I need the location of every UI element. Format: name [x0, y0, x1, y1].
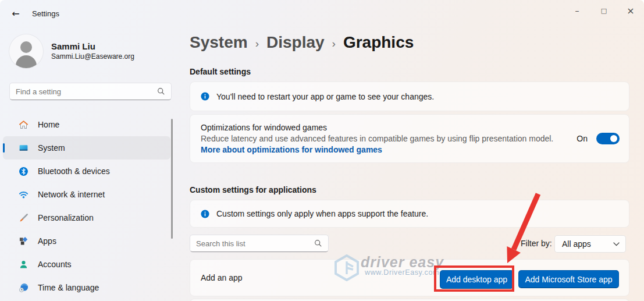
chevron-right-icon: ›	[325, 37, 343, 50]
sidebar-item-label: Time & language	[38, 283, 99, 292]
chevron-down-icon	[613, 242, 620, 246]
maximize-button[interactable]: □	[590, 0, 617, 21]
next-card-edge	[190, 299, 629, 301]
sidebar-item-system[interactable]: System	[3, 136, 170, 160]
sidebar-item-label: Accounts	[38, 260, 72, 269]
accounts-icon	[19, 260, 29, 270]
sidebar-item-home[interactable]: Home	[3, 113, 170, 136]
optimizations-card: Optimizations for windowed games Reduce …	[190, 114, 629, 163]
breadcrumb: System › Display › Graphics	[190, 33, 414, 52]
search-list-box[interactable]	[190, 235, 329, 252]
minimize-icon: –	[575, 6, 579, 15]
settings-window: ← Settings – □ × Sammi Liu Sammi.Liu@Eas…	[0, 0, 644, 301]
window-title: Settings	[32, 9, 59, 18]
breadcrumb-system[interactable]: System	[190, 33, 248, 52]
sidebar-item-apps[interactable]: Apps	[3, 229, 170, 253]
optimizations-description: Reduce latency and use advanced features…	[201, 133, 553, 144]
avatar-head	[20, 41, 32, 53]
sidebar-item-network-internet[interactable]: Network & internet	[3, 183, 170, 206]
sidebar-item-accounts[interactable]: Accounts	[3, 253, 170, 276]
sidebar-item-personalization[interactable]: Personalization	[3, 206, 170, 229]
info-icon	[201, 92, 209, 101]
close-button[interactable]: ×	[617, 0, 644, 21]
add-microsoft-store-app-button[interactable]: Add Microsoft Store app	[518, 270, 619, 288]
banner-message: You'll need to restart your app or game …	[216, 92, 434, 101]
sidebar-item-label: System	[38, 143, 65, 153]
personalization-icon	[19, 213, 29, 223]
sidebar-nav: Home System Bluetooth & devices Network …	[3, 113, 170, 299]
apps-icon	[19, 236, 29, 246]
find-setting-searchbox[interactable]	[9, 83, 172, 100]
sidebar-item-bluetooth-devices[interactable]: Bluetooth & devices	[3, 160, 170, 183]
minimize-button[interactable]: –	[564, 0, 590, 21]
avatar-body	[16, 55, 37, 68]
network-icon	[19, 190, 29, 200]
filter-by-label: Filter by:	[521, 239, 552, 248]
custom-settings-info-banner: Custom settings only apply when apps sup…	[190, 200, 629, 228]
search-icon	[314, 239, 322, 247]
sidebar-item-time-language[interactable]: Time & language	[3, 276, 170, 299]
close-icon: ×	[627, 5, 634, 16]
add-desktop-app-button[interactable]: Add desktop app	[440, 270, 514, 289]
optimizations-title: Optimizations for windowed games	[201, 122, 553, 133]
info-icon	[201, 210, 209, 218]
filter-dropdown[interactable]: All apps	[554, 235, 626, 253]
sidebar-item-label: Home	[38, 120, 59, 129]
optimizations-toggle[interactable]	[596, 133, 620, 144]
maximize-icon: □	[601, 7, 607, 15]
search-icon	[157, 87, 165, 95]
sidebar-item-label: Network & internet	[38, 190, 105, 199]
user-email: Sammi.Liu@Easeware.org	[51, 52, 134, 61]
sidebar-item-label: Apps	[38, 236, 56, 246]
breadcrumb-display[interactable]: Display	[266, 33, 325, 52]
restart-info-banner: You'll need to restart your app or game …	[190, 82, 629, 111]
home-icon	[19, 120, 29, 130]
back-button[interactable]: ←	[7, 6, 24, 21]
add-app-card: Add an app Add desktop app Add Microsoft…	[190, 259, 629, 296]
toggle-state-label: On	[577, 134, 588, 143]
system-icon	[19, 143, 29, 153]
chevron-right-icon: ›	[248, 37, 266, 50]
bluetooth-icon	[19, 167, 29, 176]
add-app-label: Add an app	[201, 260, 243, 296]
window-controls: – □ ×	[564, 0, 644, 21]
time-language-icon	[19, 283, 29, 293]
find-setting-input[interactable]	[10, 83, 157, 100]
sidebar-scrollbar[interactable]	[171, 119, 173, 239]
breadcrumb-graphics: Graphics	[343, 33, 414, 52]
sidebar-item-label: Personalization	[38, 213, 94, 222]
default-settings-heading: Default settings	[190, 67, 251, 76]
optimizations-learn-more-link[interactable]: More about optimizations for windowed ga…	[201, 144, 553, 155]
custom-settings-heading: Custom settings for applications	[190, 185, 316, 194]
toggle-knob	[610, 135, 617, 142]
user-name: Sammi Liu	[51, 41, 95, 51]
filter-dropdown-value: All apps	[555, 239, 613, 249]
back-arrow-icon: ←	[12, 8, 19, 19]
banner-message: Custom settings only apply when apps sup…	[216, 209, 428, 218]
search-list-input[interactable]	[190, 235, 314, 252]
sidebar-item-label: Bluetooth & devices	[38, 167, 110, 176]
avatar[interactable]	[9, 34, 43, 68]
